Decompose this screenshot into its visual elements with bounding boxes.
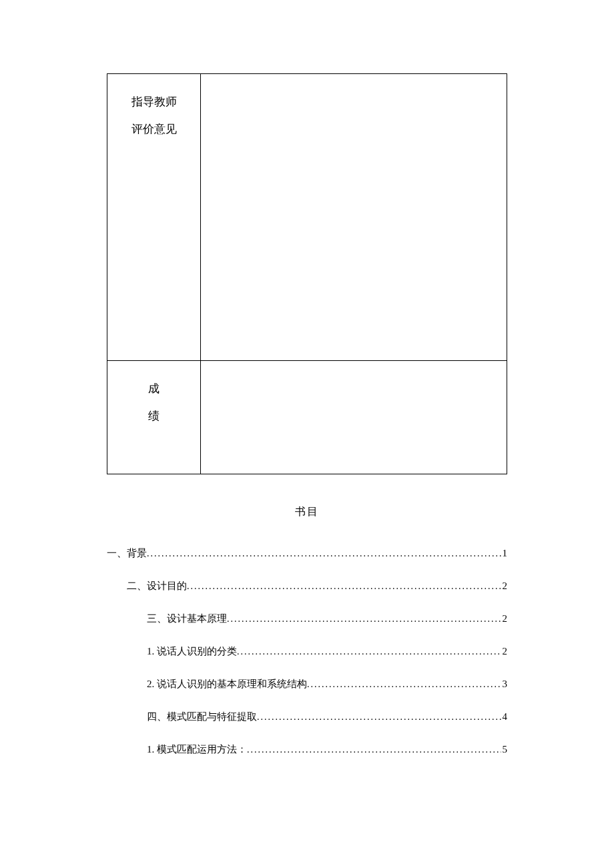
toc-leader-dots [237, 646, 501, 657]
toc-page-number: 4 [501, 711, 508, 723]
toc-entry: 三、设计基本原理 2 [107, 612, 507, 625]
toc-label: 四、模式匹配与特征提取 [147, 711, 257, 723]
toc-page-number: 2 [501, 646, 508, 657]
toc-page-number: 2 [501, 613, 508, 624]
toc-entry: 1. 模式匹配运用方法： 5 [107, 743, 507, 756]
toc-label: 1. 说话人识别的分类 [147, 645, 237, 658]
toc-entry: 二、设计目的 2 [107, 580, 507, 592]
toc-page-number: 2 [501, 580, 508, 592]
toc-label: 一、背景 [107, 547, 147, 560]
advisor-comment-label-line1: 指导教师 [113, 89, 195, 116]
grade-value-cell [201, 361, 507, 474]
toc-label: 1. 模式匹配运用方法： [147, 743, 247, 756]
advisor-comment-value-cell [201, 74, 507, 361]
toc-leader-dots [307, 679, 501, 690]
document-page: 指导教师 评价意见 成 绩 书目 一、背景 1 二、设计目的 [0, 0, 614, 756]
toc-label: 2. 说话人识别的基本原理和系统结构 [147, 678, 307, 691]
grade-label-line1: 成 [113, 376, 195, 403]
toc-leader-dots [227, 614, 501, 624]
toc-entry: 一、背景 1 [107, 547, 507, 560]
grade-label-cell: 成 绩 [107, 361, 201, 474]
toc-title: 书目 [107, 505, 507, 519]
toc-page-number: 3 [501, 679, 508, 690]
toc-page-number: 1 [501, 548, 508, 559]
toc-entry: 1. 说话人识别的分类 2 [107, 645, 507, 658]
toc-page-number: 5 [501, 744, 508, 755]
advisor-comment-label-line2: 评价意见 [113, 116, 195, 143]
grade-label-line2: 绩 [113, 403, 195, 430]
toc-label: 二、设计目的 [127, 580, 187, 592]
toc-leader-dots [257, 712, 501, 723]
toc-label: 三、设计基本原理 [147, 612, 227, 625]
evaluation-table: 指导教师 评价意见 成 绩 [107, 73, 507, 474]
toc-leader-dots [247, 745, 501, 755]
toc-leader-dots [187, 581, 501, 592]
advisor-comment-label-cell: 指导教师 评价意见 [107, 74, 201, 361]
toc-leader-dots [147, 548, 501, 559]
toc-entry: 2. 说话人识别的基本原理和系统结构 3 [107, 678, 507, 691]
table-of-contents: 一、背景 1 二、设计目的 2 三、设计基本原理 2 1. 说话人识别的分类 2… [107, 547, 507, 756]
toc-entry: 四、模式匹配与特征提取 4 [107, 711, 507, 723]
